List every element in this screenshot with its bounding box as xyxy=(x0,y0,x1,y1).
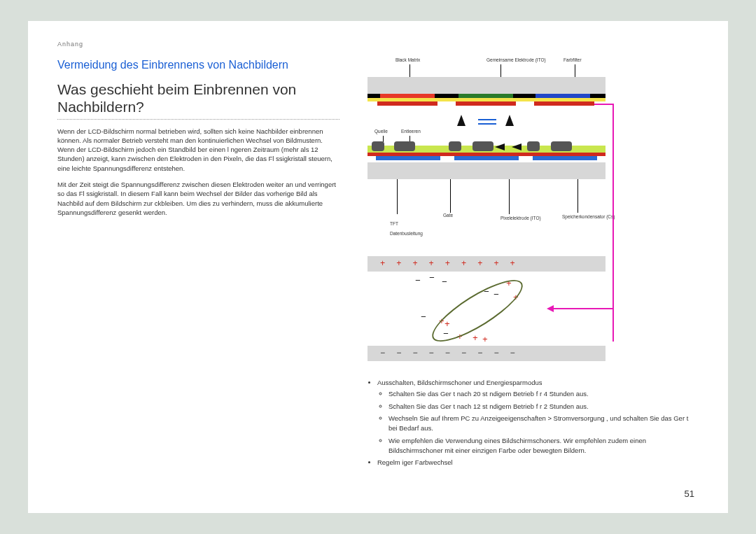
list-item: Ausschalten, Bildschirmschoner und Energ… xyxy=(377,378,699,455)
paragraph-1: Wenn der LCD-Bildschirm normal betrieben… xyxy=(57,127,340,173)
substrate-top xyxy=(368,77,606,94)
electrode-seg xyxy=(534,101,594,106)
lead-line xyxy=(450,179,451,213)
page-number: 51 xyxy=(685,489,694,499)
label-storage-cap: Speicherkondensator (Cs) xyxy=(562,214,615,219)
electrode-diagram: +++++++++ − − − + − + − − + + − + + + −−… xyxy=(368,256,606,368)
label-databus: Datenbusleitung xyxy=(390,231,423,236)
contact xyxy=(472,141,493,151)
label-pixel-electrode: Pixelelektrode (ITO) xyxy=(500,216,541,220)
bar-icon xyxy=(478,119,496,120)
two-column-layout: Vermeidung des Einbrennens von Nachbilde… xyxy=(57,59,699,470)
header-label: Anhang xyxy=(57,41,699,48)
contact xyxy=(551,141,572,151)
label-gate: Gate xyxy=(443,213,453,218)
pixel-electrode xyxy=(376,156,440,160)
paragraph-2: Mit der Zeit steigt die Spannungsdiffere… xyxy=(57,180,340,217)
contact xyxy=(394,141,415,151)
arrow-icon xyxy=(512,143,522,150)
magenta-line xyxy=(594,104,614,105)
magenta-line xyxy=(612,104,614,342)
list-item: Wechseln Sie auf Ihrem PC zu Anzeigeeige… xyxy=(388,414,699,433)
list-item: Regelm iger Farbwechsel xyxy=(377,458,699,468)
label-drain: Entleeren xyxy=(401,129,421,134)
left-column: Vermeidung des Einbrennens von Nachbilde… xyxy=(57,59,340,470)
bullet-text: Ausschalten, Bildschirmschoner und Energ… xyxy=(377,379,542,386)
arrow-icon xyxy=(547,305,554,312)
label-common-electrode: Gemeinsame Elektrode (ITO) xyxy=(486,57,546,62)
pixel-electrode xyxy=(533,156,597,160)
lead-line xyxy=(397,179,398,214)
electrode-top-bar: +++++++++ xyxy=(368,256,606,272)
lcd-cross-section-diagram: Black Matrix Gemeinsame Elektrode (ITO) … xyxy=(368,59,606,248)
pixel-electrode xyxy=(454,156,519,160)
list-item: Wie empfehlen die Verwendung eines Bilds… xyxy=(388,436,699,456)
document-page: Anhang Vermeidung des Einbrennens von Na… xyxy=(28,21,728,513)
arrow-icon xyxy=(457,115,465,126)
label-black-matrix: Black Matrix xyxy=(396,57,420,62)
substrate-bottom xyxy=(368,162,606,179)
arrow-icon xyxy=(505,115,514,126)
bar-icon xyxy=(478,123,496,125)
list-item: Schalten Sie das Ger t nach 20 st ndigem… xyxy=(388,389,699,399)
electrode-seg xyxy=(377,101,438,106)
contact xyxy=(372,141,384,151)
bullet-list: Ausschalten, Bildschirmschoner und Energ… xyxy=(368,378,699,468)
electrode-bottom-bar: −−−−−−−−− xyxy=(368,346,606,361)
arrow-icon xyxy=(495,143,505,150)
right-column: Black Matrix Gemeinsame Elektrode (ITO) … xyxy=(368,59,699,470)
question-title: Was geschieht beim Einbrennen von Nachbi… xyxy=(57,81,340,120)
contact xyxy=(527,141,540,151)
list-item: Schalten Sie das Ger t nach 12 st ndigem… xyxy=(388,402,699,412)
section-title: Vermeidung des Einbrennens von Nachbilde… xyxy=(57,59,340,71)
electrode-seg xyxy=(456,101,516,106)
label-tft: TFT xyxy=(390,221,398,226)
label-color-filter: Farbfilter xyxy=(564,57,582,62)
magenta-line xyxy=(550,308,614,309)
label-source: Quelle xyxy=(374,129,388,134)
contact xyxy=(449,141,461,151)
lead-line xyxy=(509,179,510,214)
lead-line xyxy=(578,179,578,213)
